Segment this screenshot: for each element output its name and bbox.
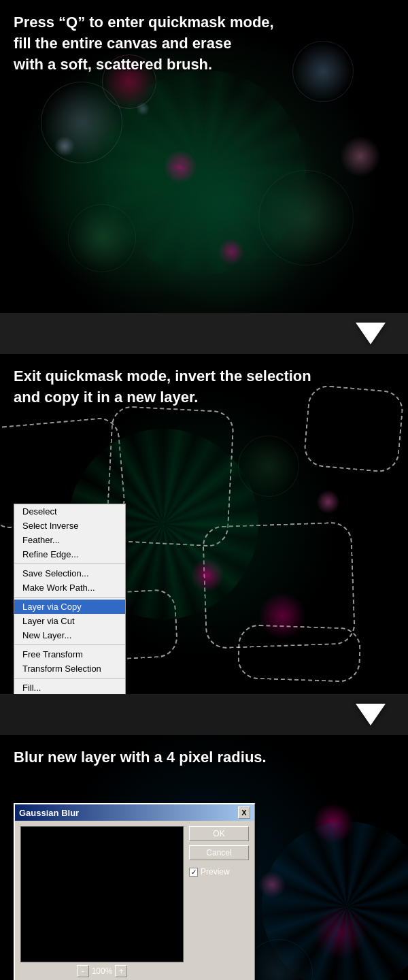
dialog-preview-canvas xyxy=(20,826,184,962)
starburst3 xyxy=(262,821,408,980)
section2-invert-copy: Exit quickmask mode, invert the selectio… xyxy=(0,354,408,694)
menu-separator-3 xyxy=(14,644,125,645)
menu-item-select-inverse[interactable]: Select Inverse xyxy=(14,519,125,533)
section3-instruction: Blur new layer with a 4 pixel radius. xyxy=(14,747,267,768)
zoom-out-button[interactable]: - xyxy=(77,965,89,977)
menu-item-deselect[interactable]: Deselect xyxy=(14,504,125,519)
arrow-divider-1 xyxy=(0,313,408,354)
menu-separator-4 xyxy=(14,678,125,679)
starburst xyxy=(102,70,306,274)
ok-button[interactable]: OK xyxy=(189,826,249,841)
menu-item-fill[interactable]: Fill... xyxy=(14,681,125,694)
menu-item-free-transform[interactable]: Free Transform xyxy=(14,647,125,662)
arrow-down-icon xyxy=(356,323,386,344)
menu-item-feather[interactable]: Feather... xyxy=(14,533,125,547)
dialog-controls: OK Cancel ✓ Preview xyxy=(189,826,249,977)
menu-separator-1 xyxy=(14,564,125,564)
section1-line2: fill the entire canvas and erase xyxy=(14,35,231,52)
zoom-in-button[interactable]: + xyxy=(115,965,127,977)
dialog-zoom-row: - 100% + xyxy=(20,965,184,977)
section2-instruction: Exit quickmask mode, invert the selectio… xyxy=(14,366,311,408)
menu-item-refine-edge[interactable]: Refine Edge... xyxy=(14,547,125,561)
menu-item-new-layer[interactable]: New Layer... xyxy=(14,628,125,642)
arrow-down-icon-2 xyxy=(356,704,386,725)
cancel-button[interactable]: Cancel xyxy=(189,845,249,860)
menu-item-save-selection[interactable]: Save Selection... xyxy=(14,566,125,581)
menu-item-make-work-path[interactable]: Make Work Path... xyxy=(14,581,125,595)
section1-line3: with a soft, scattered brush. xyxy=(14,56,212,73)
gaussian-blur-dialog: Gaussian Blur X - 100% + OK Cancel ✓ Pre… xyxy=(14,803,255,980)
zoom-level-label: 100% xyxy=(92,966,113,976)
preview-label: Preview xyxy=(201,867,230,877)
dialog-titlebar: Gaussian Blur X xyxy=(15,804,254,821)
section1-quickmask: Press “Q” to enter quickmask mode, fill … xyxy=(0,0,408,313)
section1-line1: Press “Q” to enter quickmask mode, xyxy=(14,14,274,31)
deco-circle xyxy=(340,136,381,177)
preview-row: ✓ Preview xyxy=(189,867,249,877)
menu-item-transform-selection[interactable]: Transform Selection xyxy=(14,662,125,676)
context-menu: Deselect Select Inverse Feather... Refin… xyxy=(14,504,126,694)
deco-circle xyxy=(292,41,354,102)
dialog-close-button[interactable]: X xyxy=(238,806,250,819)
menu-item-layer-via-copy[interactable]: Layer via Copy xyxy=(14,600,125,614)
preview-checkbox[interactable]: ✓ xyxy=(189,868,198,877)
section2-line1: Exit quickmask mode, invert the selectio… xyxy=(14,368,311,385)
arrow-divider-2 xyxy=(0,694,408,735)
section1-instruction: Press “Q” to enter quickmask mode, fill … xyxy=(14,12,274,75)
section3-blur: Blur new layer with a 4 pixel radius. Ga… xyxy=(0,735,408,980)
dialog-title: Gaussian Blur xyxy=(19,808,79,818)
deco-circle xyxy=(316,490,340,514)
deco-circle xyxy=(54,136,75,157)
menu-item-layer-via-cut[interactable]: Layer via Cut xyxy=(14,614,125,628)
deco-circle xyxy=(258,592,306,640)
menu-separator-2 xyxy=(14,597,125,598)
section2-line2: and copy it in a new layer. xyxy=(14,389,198,406)
dialog-body: - 100% + OK Cancel ✓ Preview xyxy=(15,821,254,980)
section3-line1: Blur new layer with a 4 pixel radius. xyxy=(14,749,267,766)
